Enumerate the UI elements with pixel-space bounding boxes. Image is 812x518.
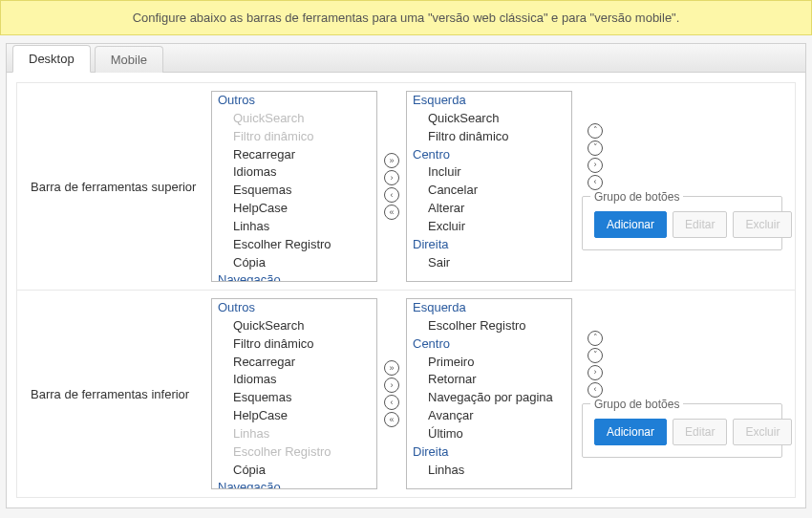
list-item[interactable]: Recarregar bbox=[212, 354, 376, 372]
bottom-available-list[interactable]: OutrosQuickSearchFiltro dinâmicoRecarreg… bbox=[211, 298, 377, 489]
list-item[interactable]: Sair bbox=[407, 254, 571, 272]
tab-desktop[interactable]: Desktop bbox=[12, 45, 91, 73]
list-item[interactable]: HelpCase bbox=[212, 200, 376, 218]
list-item[interactable]: Escolher Registro bbox=[212, 443, 376, 462]
edit-button[interactable]: Editar bbox=[673, 211, 727, 238]
button-group-legend: Grupo de botões bbox=[590, 190, 683, 204]
delete-button[interactable]: Excluir bbox=[733, 419, 792, 445]
list-item[interactable]: Idiomas bbox=[212, 371, 376, 389]
list-item[interactable]: Esquemas bbox=[212, 389, 376, 407]
move-down-icon[interactable]: › bbox=[588, 365, 603, 380]
top-selected-list[interactable]: EsquerdaQuickSearchFiltro dinâmicoCentro… bbox=[406, 91, 572, 282]
desktop-panel: Barra de ferramentas superior OutrosQuic… bbox=[7, 73, 805, 507]
label-top-toolbar: Barra de ferramentas superior bbox=[25, 180, 211, 194]
list-item[interactable]: Cancelar bbox=[407, 182, 571, 200]
list-group: Centro bbox=[407, 335, 571, 354]
list-item[interactable]: Escolher Registro bbox=[212, 236, 376, 254]
list-item[interactable]: Filtro dinâmico bbox=[212, 128, 376, 146]
add-button[interactable]: Adicionar bbox=[594, 419, 667, 445]
top-button-group-fieldset: Grupo de botões Adicionar Editar Excluir bbox=[582, 196, 782, 250]
list-item[interactable]: Cópia bbox=[212, 462, 376, 480]
list-group: Direita bbox=[407, 443, 571, 462]
list-item[interactable]: Navegação por pagina bbox=[407, 389, 571, 407]
list-item[interactable]: HelpCase bbox=[212, 407, 376, 425]
top-reorder-arrows: ˄ ˅ › ‹ bbox=[588, 123, 603, 190]
list-item[interactable]: QuickSearch bbox=[407, 110, 571, 128]
move-top-icon[interactable]: ˄ bbox=[588, 123, 603, 139]
move-down-icon[interactable]: › bbox=[588, 158, 603, 173]
move-right-icon[interactable]: › bbox=[384, 170, 399, 185]
list-item[interactable]: Cópia bbox=[212, 254, 376, 272]
list-item[interactable]: Linhas bbox=[212, 218, 376, 236]
list-item[interactable]: Alterar bbox=[407, 200, 571, 218]
list-group: Outros bbox=[212, 299, 376, 317]
list-group: Direita bbox=[407, 236, 571, 254]
tabstrip: Desktop Mobile bbox=[7, 44, 805, 73]
list-group: Outros bbox=[212, 92, 376, 110]
move-all-right-icon[interactable]: » bbox=[384, 153, 399, 168]
move-bottom-icon[interactable]: ‹ bbox=[588, 175, 603, 190]
move-top-icon[interactable]: ˄ bbox=[588, 331, 603, 346]
list-item[interactable]: Retornar bbox=[407, 371, 571, 389]
list-item[interactable]: Incluir bbox=[407, 163, 571, 182]
bottom-transfer-arrows: » › ‹ « bbox=[377, 360, 406, 427]
delete-button[interactable]: Excluir bbox=[733, 211, 792, 238]
top-side-column: ˄ ˅ › ‹ Grupo de botões Adicionar Editar… bbox=[582, 123, 782, 250]
add-button[interactable]: Adicionar bbox=[594, 211, 667, 238]
bottom-side-column: ˄ ˅ › ‹ Grupo de botões Adicionar Editar… bbox=[582, 331, 782, 458]
list-item[interactable]: Recarregar bbox=[212, 146, 376, 164]
list-item[interactable]: Escolher Registro bbox=[407, 317, 571, 335]
list-item[interactable]: Linhas bbox=[407, 462, 571, 480]
move-right-icon[interactable]: › bbox=[384, 378, 399, 393]
top-transfer-arrows: » › ‹ « bbox=[377, 153, 406, 220]
list-item[interactable]: Filtro dinâmico bbox=[407, 128, 571, 146]
list-group: Navegação bbox=[212, 271, 376, 282]
move-left-icon[interactable]: ‹ bbox=[384, 395, 399, 410]
list-item[interactable]: Idiomas bbox=[212, 163, 376, 182]
move-left-icon[interactable]: ‹ bbox=[384, 187, 399, 203]
top-available-list[interactable]: OutrosQuickSearchFiltro dinâmicoRecarreg… bbox=[211, 91, 377, 282]
move-all-left-icon[interactable]: « bbox=[384, 412, 399, 427]
list-item[interactable]: QuickSearch bbox=[212, 110, 376, 128]
bottom-selected-list[interactable]: EsquerdaEscolher RegistroCentroPrimeiroR… bbox=[406, 298, 572, 489]
list-group: Centro bbox=[407, 146, 571, 164]
list-group: Esquerda bbox=[407, 92, 571, 110]
move-bottom-icon[interactable]: ‹ bbox=[588, 382, 603, 398]
list-group: Esquerda bbox=[407, 299, 571, 317]
list-group: Navegação bbox=[212, 479, 376, 489]
tab-mobile[interactable]: Mobile bbox=[95, 46, 163, 73]
list-item[interactable]: Esquemas bbox=[212, 182, 376, 200]
config-banner: Configure abaixo as barras de ferramenta… bbox=[0, 0, 812, 35]
row-bottom-toolbar: Barra de ferramentas inferior OutrosQuic… bbox=[16, 291, 796, 498]
list-item[interactable]: Avançar bbox=[407, 407, 571, 425]
bottom-button-group-fieldset: Grupo de botões Adicionar Editar Excluir bbox=[582, 403, 782, 458]
list-item[interactable]: Excluir bbox=[407, 218, 571, 236]
list-item[interactable]: QuickSearch bbox=[212, 317, 376, 335]
list-item[interactable]: Último bbox=[407, 425, 571, 443]
list-item[interactable]: Filtro dinâmico bbox=[212, 335, 376, 354]
move-up-icon[interactable]: ˅ bbox=[588, 348, 603, 363]
row-top-toolbar: Barra de ferramentas superior OutrosQuic… bbox=[16, 82, 796, 291]
list-item[interactable]: Primeiro bbox=[407, 354, 571, 372]
button-group-legend: Grupo de botões bbox=[590, 398, 683, 411]
tab-container: Desktop Mobile Barra de ferramentas supe… bbox=[6, 43, 806, 508]
edit-button[interactable]: Editar bbox=[673, 419, 727, 445]
move-all-right-icon[interactable]: » bbox=[384, 360, 399, 376]
move-all-left-icon[interactable]: « bbox=[384, 205, 399, 220]
label-bottom-toolbar: Barra de ferramentas inferior bbox=[25, 387, 211, 401]
bottom-reorder-arrows: ˄ ˅ › ‹ bbox=[588, 331, 603, 398]
move-up-icon[interactable]: ˅ bbox=[588, 140, 603, 156]
list-item[interactable]: Linhas bbox=[212, 425, 376, 443]
